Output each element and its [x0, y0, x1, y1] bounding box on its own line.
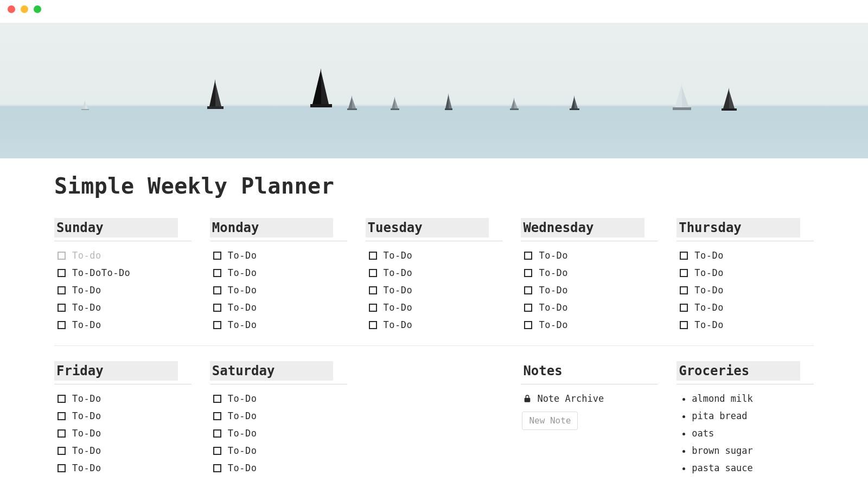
todo-item[interactable]: To-Do [58, 319, 192, 330]
checkbox-icon[interactable] [369, 252, 377, 260]
grocery-item[interactable]: pasta sauce [692, 463, 814, 473]
todo-label: To-Do [694, 267, 724, 278]
todo-item[interactable]: To-Do [213, 285, 347, 296]
checkbox-icon[interactable] [213, 252, 221, 260]
checkbox-icon[interactable] [369, 286, 377, 294]
svg-marker-28 [85, 101, 88, 109]
todo-label: To-Do [228, 250, 257, 261]
checkbox-icon[interactable] [524, 304, 532, 312]
todo-item[interactable]: To-Do [369, 319, 503, 330]
todo-item[interactable]: To-Do [680, 302, 814, 313]
checkbox-icon[interactable] [213, 286, 221, 294]
todo-item[interactable]: To-Do [213, 445, 347, 456]
checkbox-icon[interactable] [58, 412, 66, 420]
svg-marker-27 [82, 100, 85, 109]
todo-item[interactable]: To-Do [58, 285, 192, 296]
todo-label: To-Do [72, 393, 101, 404]
todo-item[interactable]: To-Do [680, 267, 814, 278]
todo-item[interactable]: To-Do [213, 410, 347, 421]
checkbox-icon[interactable] [369, 304, 377, 312]
todo-item[interactable]: To-Do [213, 267, 347, 278]
todo-item[interactable]: To-Do [58, 410, 192, 421]
checkbox-icon[interactable] [58, 321, 66, 329]
todo-item[interactable]: To-Do [680, 250, 814, 261]
note-archive-link[interactable]: Note Archive [521, 393, 658, 404]
todo-item[interactable]: To-Do [369, 250, 503, 261]
todo-item[interactable]: To-Do [524, 250, 658, 261]
checkbox-icon[interactable] [213, 304, 221, 312]
todo-item[interactable]: To-Do [213, 302, 347, 313]
checkbox-icon[interactable] [213, 269, 221, 277]
todo-item[interactable]: To-Do [58, 445, 192, 456]
checkbox-icon[interactable] [680, 304, 688, 312]
close-window-button[interactable] [8, 5, 15, 13]
checkbox-icon[interactable] [524, 269, 532, 277]
svg-rect-23 [673, 107, 691, 110]
checkbox-icon[interactable] [213, 464, 221, 472]
todo-label: To-Do [228, 428, 257, 439]
checkbox-icon[interactable] [524, 321, 532, 329]
todo-item[interactable]: To-Do [58, 463, 192, 473]
todo-item[interactable]: To-Do [369, 302, 503, 313]
minimize-window-button[interactable] [21, 5, 28, 13]
todo-item[interactable]: To-Do [58, 302, 192, 313]
sailboat-icon [347, 95, 357, 112]
grocery-item[interactable]: pita bread [692, 410, 814, 421]
svg-marker-24 [723, 88, 729, 108]
checkbox-icon[interactable] [58, 447, 66, 455]
todo-item[interactable]: To-Do [369, 285, 503, 296]
todo-item[interactable]: To-Do [213, 250, 347, 261]
zoom-window-button[interactable] [34, 5, 41, 13]
cover-image[interactable] [0, 23, 868, 158]
todo-item[interactable]: To-Do [524, 285, 658, 296]
todo-item[interactable]: To-Do [58, 393, 192, 404]
checkbox-icon[interactable] [213, 429, 221, 438]
checkbox-icon[interactable] [58, 304, 66, 312]
todo-item[interactable]: To-DoTo-Do [58, 267, 192, 278]
todo-label: To-Do [72, 463, 101, 473]
checkbox-icon[interactable] [58, 286, 66, 294]
todo-label: To-Do [694, 250, 724, 261]
todo-item[interactable]: To-Do [213, 319, 347, 330]
todo-item[interactable]: To-Do [524, 319, 658, 330]
checkbox-icon[interactable] [58, 269, 66, 277]
checkbox-icon[interactable] [58, 429, 66, 438]
svg-marker-10 [395, 99, 398, 108]
new-note-button[interactable]: New Note [522, 412, 578, 430]
todo-item[interactable]: To-Do [213, 428, 347, 439]
todo-label: To-Do [228, 285, 257, 296]
checkbox-icon[interactable] [680, 321, 688, 329]
checkbox-icon[interactable] [213, 447, 221, 455]
todo-item[interactable]: To-Do [680, 319, 814, 330]
checkbox-icon[interactable] [524, 252, 532, 260]
svg-rect-5 [310, 104, 332, 107]
todo-item[interactable]: To-do [58, 250, 192, 261]
grocery-item[interactable]: oats [692, 428, 814, 439]
svg-marker-6 [348, 95, 352, 108]
checkbox-icon[interactable] [680, 286, 688, 294]
todo-label: To-Do [539, 267, 568, 278]
checkbox-icon[interactable] [369, 269, 377, 277]
todo-item[interactable]: To-Do [213, 393, 347, 404]
checkbox-icon[interactable] [58, 395, 66, 403]
checkbox-icon[interactable] [680, 269, 688, 277]
todo-item[interactable]: To-Do [524, 302, 658, 313]
todo-item[interactable]: To-Do [213, 463, 347, 473]
checkbox-icon[interactable] [58, 464, 66, 472]
checkbox-icon[interactable] [524, 286, 532, 294]
todo-label: To-Do [539, 285, 568, 296]
checkbox-icon[interactable] [213, 395, 221, 403]
svg-marker-19 [575, 98, 578, 108]
checkbox-icon[interactable] [369, 321, 377, 329]
checkbox-icon[interactable] [213, 412, 221, 420]
checkbox-icon[interactable] [213, 321, 221, 329]
todo-item[interactable]: To-Do [369, 267, 503, 278]
checkbox-icon[interactable] [680, 252, 688, 260]
todo-item[interactable]: To-Do [680, 285, 814, 296]
grocery-item[interactable]: almond milk [692, 393, 814, 404]
section-divider [54, 345, 814, 346]
grocery-item[interactable]: brown sugar [692, 445, 814, 456]
todo-item[interactable]: To-Do [58, 428, 192, 439]
todo-item[interactable]: To-Do [524, 267, 658, 278]
checkbox-icon[interactable] [58, 252, 66, 260]
